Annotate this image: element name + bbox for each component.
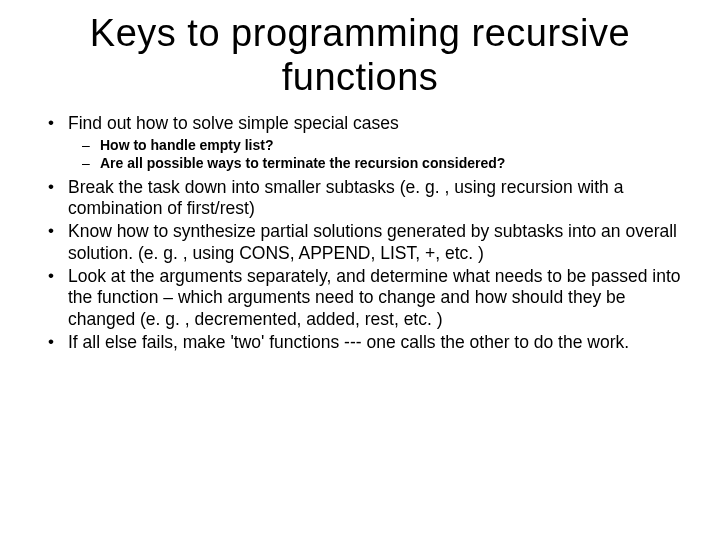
sub-bullet-item: How to handle empty list? — [68, 137, 682, 155]
bullet-text: Break the task down into smaller subtask… — [68, 177, 623, 218]
bullet-item: If all else fails, make 'two' functions … — [38, 332, 682, 353]
sub-bullet-item: Are all possible ways to terminate the r… — [68, 155, 682, 173]
slide-title: Keys to programming recursive functions — [32, 12, 688, 99]
bullet-item: Know how to synthesize partial solutions… — [38, 221, 682, 264]
bullet-text: If all else fails, make 'two' functions … — [68, 332, 629, 352]
bullet-text: Look at the arguments separately, and de… — [68, 266, 681, 329]
slide: Keys to programming recursive functions … — [0, 0, 720, 540]
sub-bullet-list: How to handle empty list? Are all possib… — [68, 137, 682, 173]
bullet-item: Break the task down into smaller subtask… — [38, 177, 682, 220]
sub-bullet-text: How to handle empty list? — [100, 137, 273, 153]
sub-bullet-text: Are all possible ways to terminate the r… — [100, 155, 505, 171]
bullet-item: Find out how to solve simple special cas… — [38, 113, 682, 172]
bullet-list: Find out how to solve simple special cas… — [32, 113, 688, 353]
bullet-item: Look at the arguments separately, and de… — [38, 266, 682, 330]
bullet-text: Know how to synthesize partial solutions… — [68, 221, 677, 262]
bullet-text: Find out how to solve simple special cas… — [68, 113, 399, 133]
